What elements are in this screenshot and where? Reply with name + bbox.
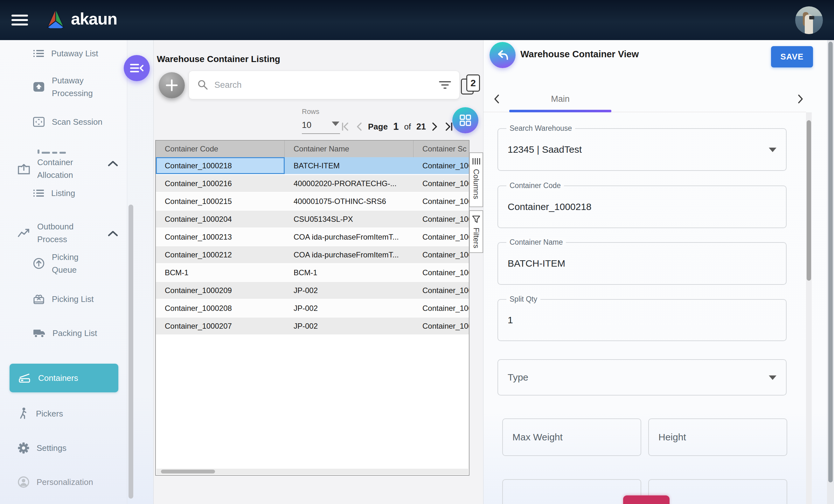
scrollbar-thumb[interactable] bbox=[807, 120, 811, 281]
sidebar-item-listing[interactable]: Listing bbox=[33, 183, 75, 203]
sidebar-item-outbound-process[interactable]: Outbound Process bbox=[18, 220, 91, 246]
filters-tab[interactable]: Filters bbox=[469, 210, 483, 253]
tab-scroll-right-icon[interactable] bbox=[797, 94, 804, 104]
sidebar-item-picking-queue[interactable]: Picking Queue bbox=[33, 250, 105, 277]
active-tab-indicator bbox=[509, 110, 611, 112]
scan-frame-icon bbox=[33, 116, 45, 127]
columns-icon bbox=[472, 157, 481, 165]
table-row[interactable]: Container_1000212 COA ida-purchaseFromIt… bbox=[156, 246, 469, 264]
pages-count-badge: 2 bbox=[466, 74, 480, 92]
page-label: Page bbox=[368, 122, 388, 132]
basket-icon bbox=[33, 293, 45, 305]
total-pages: 21 bbox=[416, 122, 426, 132]
box-arrow-up-icon bbox=[18, 162, 30, 175]
back-button[interactable] bbox=[489, 42, 515, 68]
rows-label: Rows bbox=[302, 108, 341, 116]
search-warehouse-select[interactable]: Search Warehouse 12345 | SaadTest bbox=[498, 128, 787, 171]
back-arrow-icon bbox=[496, 49, 509, 61]
table-row-selected[interactable]: Container_1000218 BATCH-ITEM Container_1… bbox=[156, 157, 469, 175]
tab-scroll-left-icon[interactable] bbox=[493, 94, 500, 104]
sidebar-item-picking-list[interactable]: Picking List bbox=[33, 289, 94, 309]
table-row[interactable]: Container_1000208 JP-002 Container_100 bbox=[156, 300, 469, 317]
tab-main[interactable]: Main bbox=[509, 86, 611, 112]
sidebar-item-personalization[interactable]: Personalization bbox=[18, 473, 93, 491]
sidebar-item-label: Container Allocation bbox=[37, 156, 94, 181]
sidebar-item-scan-session[interactable]: Scan Session bbox=[33, 109, 105, 135]
type-select[interactable]: Type bbox=[498, 359, 787, 395]
sidebar-item-label: Putaway List bbox=[51, 47, 105, 60]
sidebar-item-putaway-processing[interactable]: Putaway Processing bbox=[33, 73, 105, 100]
sidebar-item-containers[interactable]: Containers bbox=[9, 364, 118, 392]
first-page-button[interactable] bbox=[341, 122, 350, 131]
filter-list-icon[interactable] bbox=[439, 81, 451, 89]
sidebar-item-label: Outbound Process bbox=[37, 220, 91, 246]
table-row[interactable]: BCM-1 BCM-1 Container_100 bbox=[156, 264, 469, 282]
gear-icon bbox=[18, 442, 29, 454]
filter-funnel-icon bbox=[472, 215, 480, 224]
add-container-button[interactable] bbox=[159, 72, 185, 98]
rows-per-page-select[interactable]: Rows 10 bbox=[302, 108, 341, 134]
warehouse-container-listing-panel: Warehouse Container Listing 2 Rows bbox=[153, 40, 483, 504]
search-bar bbox=[189, 71, 460, 99]
sidebar-collapse-button[interactable] bbox=[124, 55, 150, 81]
search-input[interactable] bbox=[214, 80, 433, 90]
bottom-action-button[interactable] bbox=[623, 496, 670, 504]
sidebar-scrollbar[interactable] bbox=[129, 204, 133, 499]
collapse-menu-icon bbox=[130, 63, 144, 73]
panel-scrollbar bbox=[806, 112, 812, 504]
chevron-up-icon[interactable] bbox=[108, 230, 118, 237]
clipped-field[interactable] bbox=[502, 479, 641, 504]
chevron-down-icon bbox=[769, 375, 776, 380]
field-value: BATCH-ITEM bbox=[498, 243, 786, 284]
scrollbar-thumb[interactable] bbox=[161, 469, 215, 474]
table-header-row: Container Code Container Name Container … bbox=[156, 140, 469, 157]
last-page-button[interactable] bbox=[444, 122, 453, 131]
app-logo[interactable]: akaun bbox=[45, 8, 117, 29]
current-page: 1 bbox=[393, 121, 398, 132]
sidebar-item-settings[interactable]: Settings bbox=[18, 438, 66, 458]
column-header-container-name[interactable]: Container Name bbox=[285, 140, 414, 157]
sidebar-item-packing-list[interactable]: Packing List bbox=[33, 320, 106, 347]
top-navbar: akaun bbox=[0, 0, 834, 40]
columns-tab[interactable]: Columns bbox=[469, 152, 483, 207]
save-button[interactable]: SAVE bbox=[771, 46, 813, 67]
warehouse-container-view-panel: Warehouse Container View SAVE Main Searc… bbox=[483, 40, 827, 504]
user-avatar[interactable] bbox=[795, 6, 823, 34]
column-header-container-code[interactable]: Container Code bbox=[156, 140, 285, 157]
sidebar-item-label: Scan Session bbox=[52, 115, 105, 128]
max-weight-field[interactable]: Max Weight bbox=[502, 418, 641, 456]
field-value: Container_1000218 bbox=[498, 186, 786, 227]
next-page-button[interactable] bbox=[431, 122, 438, 131]
filters-tab-label: Filters bbox=[472, 227, 481, 248]
container-name-field[interactable]: Container Name BATCH-ITEM bbox=[498, 242, 787, 285]
view-tabbar: Main bbox=[483, 86, 806, 112]
chevron-up-icon[interactable] bbox=[108, 160, 118, 167]
pages-view-icon[interactable]: 2 bbox=[461, 74, 480, 95]
table-row[interactable]: Container_1000213 COA ida-purchaseFromIt… bbox=[156, 228, 469, 246]
container-table: Container Code Container Name Container … bbox=[155, 140, 469, 476]
column-header-container-scan[interactable]: Container Sc bbox=[414, 140, 469, 157]
table-row[interactable]: Container_1000204 CSU05134SL-PX Containe… bbox=[156, 211, 469, 228]
sidebar-item-label: Picking Queue bbox=[52, 251, 105, 276]
chevron-down-icon bbox=[332, 122, 339, 126]
field-value: 12345 | SaadTest bbox=[498, 129, 786, 170]
container-code-field[interactable]: Container Code Container_1000218 bbox=[498, 185, 787, 228]
table-row[interactable]: Container_1000209 JP-002 Container_100 bbox=[156, 282, 469, 300]
sidebar-item-pickers[interactable]: Pickers bbox=[18, 404, 63, 423]
height-field[interactable]: Height bbox=[648, 418, 787, 456]
table-row[interactable]: Container_1000215 400001075-OTHINC-SRS6 … bbox=[156, 193, 469, 211]
pagination: Page 1 of 21 bbox=[341, 119, 453, 134]
grid-view-button[interactable] bbox=[452, 107, 478, 133]
clipped-item-fragment bbox=[38, 150, 66, 154]
view-title: Warehouse Container View bbox=[520, 49, 639, 60]
table-row[interactable]: Container_1000207 JP-002 Container_100 bbox=[156, 317, 469, 335]
sidebar-item-container-allocation[interactable]: Container Allocation bbox=[18, 155, 94, 183]
scrollbar-thumb[interactable] bbox=[828, 42, 833, 482]
table-row[interactable]: Container_1000216 400002020-PRORATECHG-.… bbox=[156, 175, 469, 193]
hamburger-menu-icon[interactable] bbox=[12, 15, 29, 25]
list-icon bbox=[33, 188, 44, 198]
logo-triangle-icon bbox=[45, 8, 66, 29]
sidebar-item-putaway-list[interactable]: Putaway List bbox=[33, 40, 105, 67]
split-qty-field[interactable]: Split Qty 1 bbox=[498, 299, 787, 341]
previous-page-button[interactable] bbox=[356, 122, 363, 131]
